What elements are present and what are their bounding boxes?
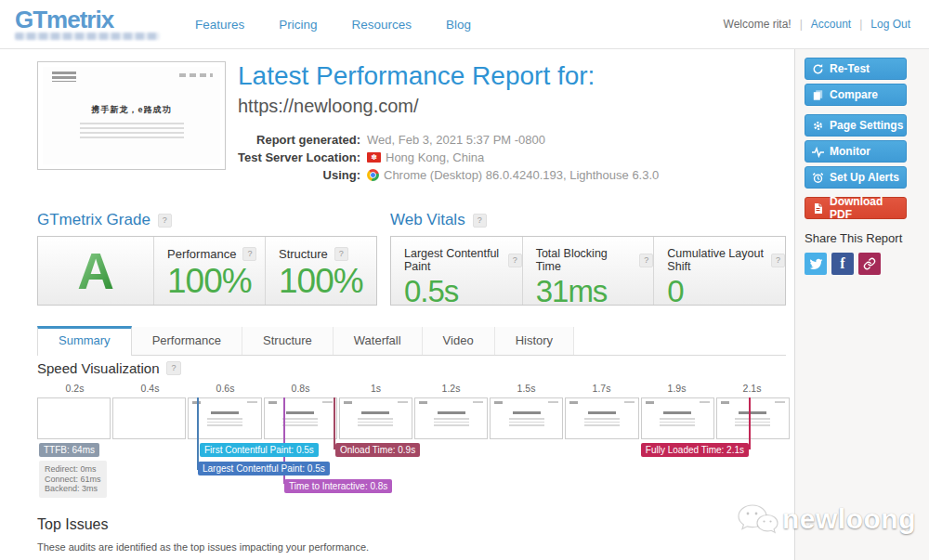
gear-icon: [812, 120, 824, 132]
speed-viz-heading: Speed Visualization ?: [37, 360, 790, 376]
help-icon[interactable]: ?: [158, 214, 172, 228]
filmstrip-frame: [414, 397, 488, 439]
account-link[interactable]: Account: [811, 18, 851, 31]
filmstrip-frame: [490, 397, 563, 439]
grade-panel: A Performance ? 100% Structure ? 100%: [37, 236, 377, 306]
welcome-text: Welcome rita!: [724, 18, 792, 31]
redirect-detail: Redirect: 0ms: [45, 464, 101, 475]
compare-icon: [812, 89, 824, 101]
tick-label: 1.7s: [564, 383, 639, 397]
monitor-label: Monitor: [830, 145, 870, 158]
download-pdf-label: Download PDF: [830, 195, 906, 221]
report-info: Latest Performance Report for: https://n…: [238, 61, 659, 184]
tested-url-link[interactable]: https://newloong.com/: [238, 96, 659, 117]
filmstrip-frame: [264, 397, 337, 439]
onload-time-badge: Onload Time: 0.9s: [335, 443, 420, 457]
cls-label-row: Cumulative Layout Shift ?: [667, 247, 785, 273]
page-settings-button[interactable]: Page Settings: [805, 114, 907, 137]
main-nav: Features Pricing Resources Blog: [195, 18, 471, 32]
tick-label: 2.1s: [714, 383, 790, 397]
pulse-icon: [812, 146, 824, 158]
copy-link-share-button[interactable]: [858, 253, 881, 275]
nav-item-pricing[interactable]: Pricing: [279, 18, 317, 32]
twitter-icon: [809, 257, 823, 271]
refresh-icon: [812, 63, 824, 75]
page-screenshot-thumbnail[interactable]: 携手新龙，e路成功: [37, 61, 226, 170]
tab-performance[interactable]: Performance: [132, 327, 242, 355]
report-generated-row: Report generated: Wed, Feb 3, 2021 5:37 …: [238, 131, 659, 149]
logo-text: GTmetrix: [15, 8, 160, 32]
report-generated-label: Report generated:: [238, 131, 360, 149]
nav-item-resources[interactable]: Resources: [352, 18, 412, 32]
facebook-share-button[interactable]: f: [831, 253, 854, 275]
retest-label: Re-Test: [830, 62, 870, 75]
vitals-section-heading: Web Vitals ?: [390, 211, 786, 229]
page-title: Latest Performance Report for:: [238, 61, 659, 90]
thumbnail-site-logo: [52, 72, 76, 82]
tab-waterfall[interactable]: Waterfall: [334, 327, 423, 355]
tab-summary[interactable]: Summary: [37, 326, 132, 356]
compare-button[interactable]: Compare: [805, 84, 907, 106]
help-icon[interactable]: ?: [166, 361, 180, 375]
twitter-share-button[interactable]: [805, 253, 827, 275]
help-icon[interactable]: ?: [242, 247, 256, 261]
browser-text: Chrome (Desktop) 86.0.4240.193, Lighthou…: [384, 166, 659, 184]
help-icon[interactable]: ?: [771, 254, 785, 267]
filmstrip-frame: [565, 397, 638, 439]
top-issues-section: Top Issues These audits are identified a…: [37, 516, 369, 553]
tick-label: 1.5s: [489, 383, 564, 397]
cls-label: Cumulative Layout Shift: [667, 247, 765, 273]
gtmetrix-grade-section: GTmetrix Grade ? A Performance ? 100% St…: [37, 211, 377, 306]
alarm-icon: [812, 172, 824, 184]
performance-value: 100%: [167, 262, 265, 301]
top-issues-description: These audits are identified as the top i…: [37, 541, 369, 553]
tab-video[interactable]: Video: [423, 327, 495, 355]
facebook-icon: f: [840, 255, 844, 272]
test-server-location-value: ✽ Hong Kong, China: [367, 149, 484, 166]
nav-item-blog[interactable]: Blog: [446, 18, 471, 32]
logout-link[interactable]: Log Out: [870, 18, 910, 31]
help-icon[interactable]: ?: [639, 254, 653, 267]
help-icon[interactable]: ?: [334, 247, 348, 261]
fully-loaded-time-badge: Fully Loaded Time: 2.1s: [641, 443, 749, 457]
page-settings-label: Page Settings: [830, 119, 903, 132]
thumbnail-site-nav: [179, 73, 213, 77]
separator: |: [859, 18, 862, 31]
time-to-interactive-badge: Time to Interactive: 0.8s: [284, 479, 392, 493]
tick-label: 0.8s: [263, 383, 338, 397]
grade-heading-text: GTmetrix Grade: [37, 211, 150, 229]
thumbnail-page-preview: 携手新龙，e路成功: [43, 67, 220, 164]
monitor-button[interactable]: Monitor: [805, 140, 907, 163]
set-up-alerts-label: Set Up Alerts: [830, 171, 899, 184]
structure-label-row: Structure ?: [279, 247, 376, 261]
top-header: GTmetrix Features Pricing Resources Blog…: [0, 0, 929, 49]
help-icon[interactable]: ?: [473, 214, 487, 228]
filmstrip-frame: [716, 397, 790, 439]
download-pdf-button[interactable]: Download PDF: [805, 197, 907, 219]
tab-structure[interactable]: Structure: [242, 327, 334, 355]
lcp-label-row: Largest Contentful Paint ?: [404, 247, 522, 273]
speed-viz-timeline: 0.2s 0.4s 0.6s 0.8s 1s 1.2s 1.5s 1.7s 1.…: [37, 383, 790, 501]
tab-history[interactable]: History: [495, 327, 574, 355]
vitals-heading-text: Web Vitals: [390, 211, 465, 229]
structure-value: 100%: [279, 262, 376, 301]
cls-value: 0: [667, 274, 785, 309]
nav-item-features[interactable]: Features: [195, 18, 244, 32]
tbt-metric-cell: Total Blocking Time ? 31ms: [522, 237, 654, 305]
filmstrip-frame: [188, 397, 261, 439]
test-server-location-row: Test Server Location: ✽ Hong Kong, China: [238, 149, 659, 166]
gtmetrix-logo[interactable]: GTmetrix: [15, 8, 160, 40]
report-tabs: Summary Performance Structure Waterfall …: [37, 326, 786, 356]
filmstrip-frame-blank: [112, 397, 186, 439]
retest-button[interactable]: Re-Test: [805, 58, 907, 80]
tbt-label: Total Blocking Time: [536, 247, 634, 273]
report-actions-sidebar: Re-Test Compare Page Settings Monitor Se…: [794, 49, 929, 560]
link-icon: [863, 257, 876, 270]
help-icon[interactable]: ?: [508, 254, 522, 267]
tbt-value: 31ms: [536, 274, 654, 309]
web-vitals-section: Web Vitals ? Largest Contentful Paint ? …: [390, 211, 786, 306]
speed-visualization-section: Speed Visualization ? 0.2s 0.4s 0.6s 0.8…: [37, 360, 790, 501]
structure-metric-cell: Structure ? 100%: [265, 237, 376, 305]
set-up-alerts-button[interactable]: Set Up Alerts: [805, 166, 907, 189]
filmstrip-frame: [641, 397, 714, 439]
